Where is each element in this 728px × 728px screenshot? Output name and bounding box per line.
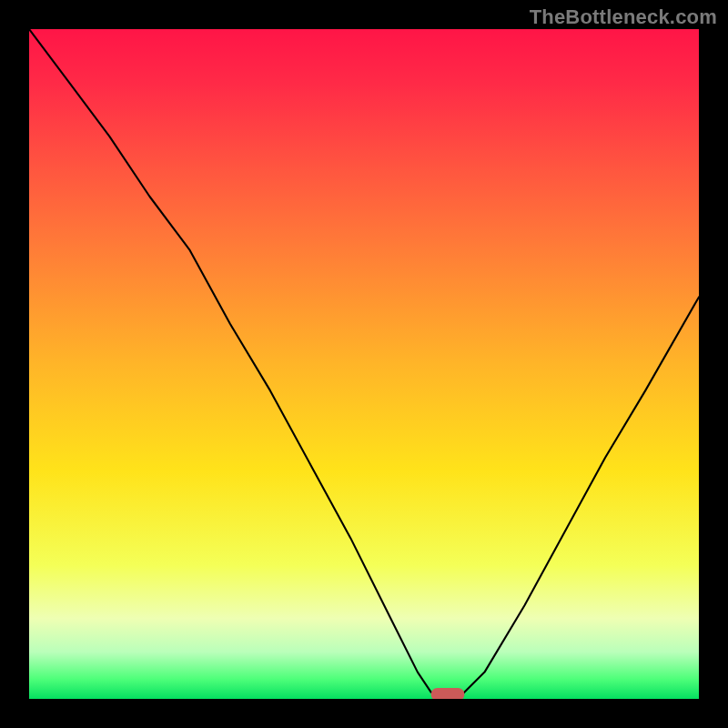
plot-area bbox=[29, 29, 699, 699]
chart-svg bbox=[29, 29, 699, 699]
bottleneck-curve bbox=[29, 29, 699, 699]
frame: TheBottleneck.com bbox=[0, 0, 728, 728]
optimum-marker bbox=[431, 688, 465, 699]
watermark-text: TheBottleneck.com bbox=[530, 5, 717, 29]
